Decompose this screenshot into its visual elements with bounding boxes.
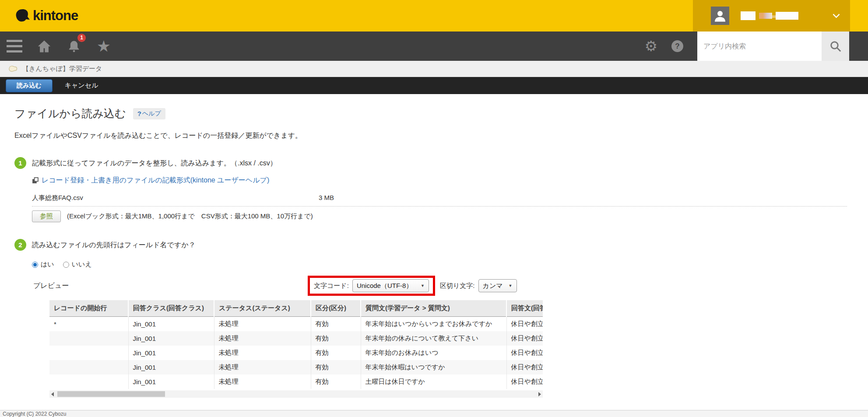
column-header: レコードの開始行 (49, 300, 128, 317)
file-size: 3 MB (319, 194, 334, 202)
notification-badge[interactable]: 1 (77, 34, 86, 42)
main-content: ファイルから読み込む ? ヘルプ ExcelファイルやCSVファイルを読み込むこ… (0, 106, 868, 417)
table-cell: 年末年始の休みについて教えて下さい (361, 331, 506, 346)
table-cell: Jin_001 (128, 346, 214, 360)
step2-text: 読み込むファイルの先頭行はフィールド名ですか？ (32, 239, 196, 251)
table-cell: 未処理 (214, 360, 311, 375)
breadcrumb: 【きんちゃぼ】学習データ (0, 61, 868, 77)
file-name: 人事総務FAQ.csv (32, 194, 83, 202)
table-cell: 有効 (311, 346, 361, 360)
copyright-text: Copyright (C) 2022 Cybozu (3, 411, 66, 417)
breadcrumb-app-name[interactable]: 【きんちゃぼ】学習データ (22, 65, 102, 73)
table-cell: 土曜日は休日ですか (361, 375, 506, 389)
scroll-left-icon[interactable] (51, 392, 54, 396)
encoding-highlight-box: 文字コード: Unicode（UTF-8） ▼ (308, 276, 435, 296)
user-menu[interactable] (693, 0, 850, 32)
dropdown-caret-icon: ▼ (421, 284, 425, 288)
table-cell: 休日や創立 (506, 346, 543, 360)
selected-file-row: 人事総務FAQ.csv 3 MB (32, 194, 334, 202)
preview-table-body: *Jin_001未処理有効年末年始はいつからいつまでお休みですか休日や創立Jin… (49, 317, 543, 389)
divider (32, 206, 847, 207)
external-link-icon (32, 177, 39, 184)
user-avatar (711, 7, 729, 25)
radio-selected-icon[interactable] (32, 262, 38, 268)
global-navbar: 1 ★ ⚙ ? (0, 32, 868, 61)
radio-option-no[interactable]: いいえ (63, 260, 92, 269)
step2-row: 2 読み込むファイルの先頭行はフィールド名ですか？ (14, 239, 868, 251)
delimiter-dropdown[interactable]: カンマ ▼ (478, 279, 517, 292)
encoding-label: 文字コード: (314, 282, 349, 290)
column-header: 回答文(回答文) (506, 300, 543, 317)
help-link[interactable]: ? ヘルプ (133, 108, 165, 119)
table-cell: Jin_001 (128, 331, 214, 346)
table-row: Jin_001未処理有効年末年始の休みについて教えて下さい休日や創立 (49, 331, 543, 346)
table-cell: 年末年始のお休みはいつ (361, 346, 506, 360)
cancel-button[interactable]: キャンセル (65, 81, 98, 90)
logo-text: kintone (33, 8, 78, 24)
scroll-right-icon[interactable] (538, 392, 541, 396)
help-icon[interactable]: ? (671, 40, 683, 52)
table-cell: Jin_001 (128, 317, 214, 332)
kintone-logo-icon (14, 8, 30, 23)
browse-button[interactable]: 参照 (32, 210, 61, 222)
table-cell: 休日や創立 (506, 360, 543, 375)
gear-icon[interactable]: ⚙ (644, 39, 657, 53)
app-icon (8, 65, 18, 73)
preview-table-header-row: レコードの開始行回答クラス(回答クラス)ステータス(ステータス)区分(区分)質問… (49, 300, 543, 317)
scrollbar-thumb[interactable] (57, 391, 165, 397)
action-bar: 読み込む キャンセル (0, 77, 868, 94)
step1-row: 1 記載形式に従ってファイルのデータを整形し、読み込みます。（.xlsx / .… (14, 157, 868, 169)
step1-text: 記載形式に従ってファイルのデータを整形し、読み込みます。（.xlsx / .cs… (32, 157, 277, 169)
page-description: ExcelファイルやCSVファイルを読み込むことで、レコードの一括登録／更新がで… (14, 131, 868, 140)
column-header: 区分(区分) (311, 300, 361, 317)
table-row: Jin_001未処理有効土曜日は休日ですか休日や創立 (49, 375, 543, 389)
horizontal-scrollbar[interactable] (49, 390, 543, 398)
table-cell (49, 360, 128, 375)
table-cell: 未処理 (214, 375, 311, 389)
table-cell: 休日や創立 (506, 375, 543, 389)
table-row: Jin_001未処理有効年末年始休暇はいつですか休日や創立 (49, 360, 543, 375)
radio-unselected-icon[interactable] (63, 262, 69, 268)
preview-label: プレビュー (33, 281, 69, 291)
table-cell (49, 346, 128, 360)
notification-bell-icon[interactable]: 1 (66, 38, 82, 55)
table-cell: * (49, 317, 128, 332)
table-row: Jin_001未処理有効年末年始のお休みはいつ休日や創立 (49, 346, 543, 360)
search-input[interactable] (697, 32, 822, 61)
table-row: *Jin_001未処理有効年末年始はいつからいつまでお休みですか休日や創立 (49, 317, 543, 332)
radio-yes-label: はい (41, 260, 54, 269)
step2-number-badge: 2 (14, 239, 26, 251)
delimiter-value: カンマ (483, 282, 503, 290)
radio-option-yes[interactable]: はい (32, 260, 54, 269)
preview-table: レコードの開始行回答クラス(回答クラス)ステータス(ステータス)区分(区分)質問… (49, 300, 543, 389)
column-header: 質問文(学習データ > 質問文) (361, 300, 506, 317)
import-button[interactable]: 読み込む (6, 79, 53, 92)
radio-no-label: いいえ (72, 260, 92, 269)
table-cell: 未処理 (214, 317, 311, 332)
search-button[interactable] (822, 32, 849, 61)
table-cell: Jin_001 (128, 375, 214, 389)
table-cell: 年末年始休暇はいつですか (361, 360, 506, 375)
redacted-username (741, 11, 798, 20)
top-header-bar: kintone (0, 0, 868, 32)
footer: Copyright (C) 2022 Cybozu (0, 410, 868, 417)
search-icon (829, 40, 842, 53)
nav-spacer (849, 32, 868, 61)
favorite-star-icon[interactable]: ★ (95, 38, 112, 55)
table-cell: 休日や創立 (506, 317, 543, 332)
column-header: ステータス(ステータス) (214, 300, 311, 317)
format-help-link[interactable]: レコード登録・上書き用のファイルの記載形式(kintone ユーザーヘルプ) (42, 176, 269, 185)
step1-number-badge: 1 (14, 157, 26, 169)
column-header: 回答クラス(回答クラス) (128, 300, 214, 317)
hamburger-menu-icon[interactable] (6, 38, 23, 55)
encoding-value: Unicode（UTF-8） (357, 282, 413, 290)
kintone-logo[interactable]: kintone (14, 8, 78, 24)
home-icon[interactable] (36, 38, 53, 55)
table-cell: 有効 (311, 317, 361, 332)
encoding-dropdown[interactable]: Unicode（UTF-8） ▼ (352, 279, 429, 292)
kintone-window: kintone 1 ★ (0, 0, 868, 417)
table-cell (49, 331, 128, 346)
table-cell: 年末年始はいつからいつまでお休みですか (361, 317, 506, 332)
table-cell: Jin_001 (128, 360, 214, 375)
help-link-label: ヘルプ (142, 110, 161, 118)
